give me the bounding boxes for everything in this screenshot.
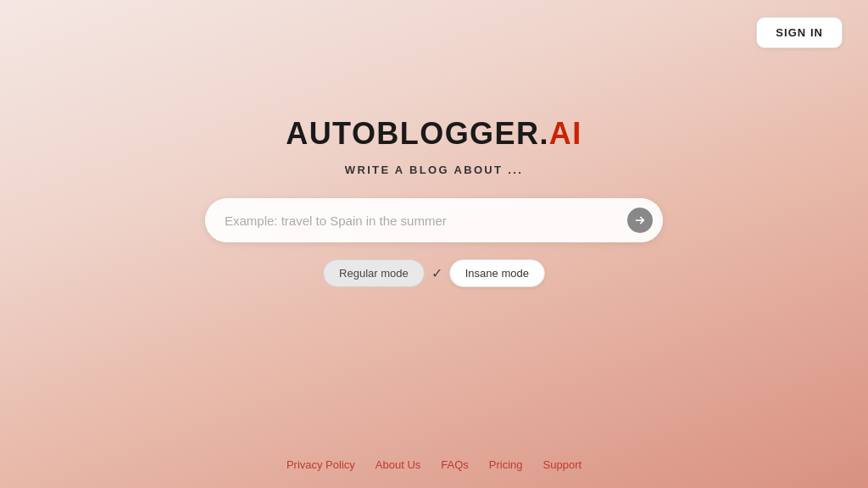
sign-in-button[interactable]: SIGN IN xyxy=(756,17,843,48)
search-input[interactable] xyxy=(205,198,663,242)
search-container xyxy=(205,198,663,242)
mode-buttons: Regular mode ✓ Insane mode xyxy=(323,259,545,287)
logo-ai-text: AI xyxy=(549,116,582,152)
footer-link-about-us[interactable]: About Us xyxy=(376,458,420,471)
header: SIGN IN xyxy=(0,0,868,65)
page-wrapper: SIGN IN AUTOBLOGGER. AI WRITE A BLOG ABO… xyxy=(0,0,868,488)
footer-link-support[interactable]: Support xyxy=(543,458,582,471)
footer-link-pricing[interactable]: Pricing xyxy=(489,458,523,471)
subtitle: WRITE A BLOG ABOUT ... xyxy=(345,164,523,176)
checkmark-icon: ✓ xyxy=(431,265,442,281)
regular-mode-button[interactable]: Regular mode xyxy=(323,259,425,287)
footer: Privacy Policy About Us FAQs Pricing Sup… xyxy=(0,458,868,471)
search-submit-button[interactable] xyxy=(627,208,653,233)
footer-link-faqs[interactable]: FAQs xyxy=(441,458,469,471)
footer-link-privacy-policy[interactable]: Privacy Policy xyxy=(287,458,355,471)
logo-autoblogger-text: AUTOBLOGGER. xyxy=(286,116,549,152)
logo: AUTOBLOGGER. AI xyxy=(286,116,582,152)
insane-mode-button[interactable]: Insane mode xyxy=(449,259,545,287)
arrow-right-icon xyxy=(634,214,646,226)
main-content: AUTOBLOGGER. AI WRITE A BLOG ABOUT ... R… xyxy=(0,116,868,287)
